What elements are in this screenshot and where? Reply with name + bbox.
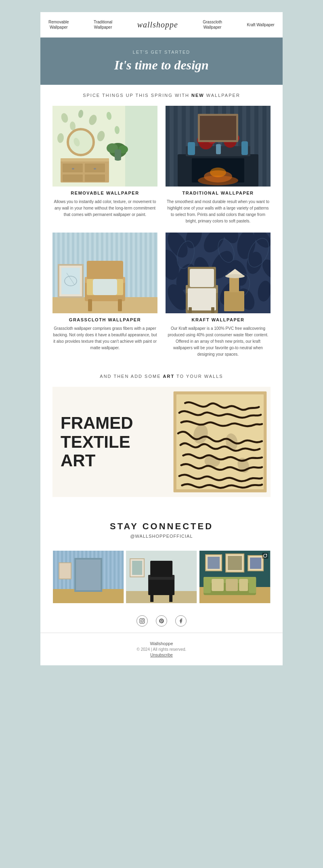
svg-rect-54 (241, 141, 248, 155)
stay-connected-title: STAY CONNECTED (48, 521, 275, 532)
art-intro-line: AND THEN ADD SOME ART TO YOUR WALLS (40, 366, 283, 387)
product-title-removable: REMOVABLE WALLPAPER (52, 191, 157, 195)
svg-rect-158 (59, 563, 71, 579)
pinterest-icon[interactable] (156, 615, 167, 627)
svg-rect-55 (216, 144, 221, 154)
svg-rect-86 (88, 299, 92, 311)
svg-rect-176 (212, 579, 224, 591)
svg-rect-128 (211, 307, 214, 313)
product-image-kraft (166, 233, 271, 313)
product-grid: REMOVABLE WALLPAPER Allows you to instan… (40, 106, 283, 366)
framed-art-section: FRAMED TEXTILE ART (52, 387, 271, 497)
svg-rect-53 (188, 142, 195, 155)
instagram-post-1[interactable] (52, 551, 124, 603)
svg-rect-16 (72, 168, 74, 170)
framed-art-image (170, 387, 271, 497)
svg-point-189 (141, 620, 143, 622)
svg-point-21 (69, 130, 92, 154)
product-image-traditional (166, 106, 271, 187)
footer-copyright: © 2024 | All rights reserved. (48, 647, 275, 652)
nav-kraft-wallpaper[interactable]: Kraft Wallpaper (247, 22, 275, 27)
svg-rect-183 (228, 556, 242, 570)
footer-brand: Wallshoppe (48, 641, 275, 646)
svg-rect-121 (188, 288, 216, 310)
svg-rect-13 (61, 158, 109, 161)
svg-rect-184 (250, 558, 261, 569)
social-icons-row (40, 609, 283, 633)
product-image-grasscloth (52, 233, 157, 313)
svg-rect-175 (249, 577, 256, 593)
instagram-grid (40, 545, 283, 609)
product-image-removable (52, 106, 157, 187)
framed-art-heading: FRAMED TEXTILE ART (61, 414, 133, 470)
svg-rect-185 (262, 553, 268, 559)
instagram-icon[interactable] (136, 615, 148, 627)
footer-unsubscribe[interactable]: Unsubscribe (48, 653, 275, 657)
svg-rect-156 (75, 559, 101, 591)
svg-rect-17 (94, 168, 96, 170)
footer: Wallshoppe © 2024 | All rights reserved.… (40, 633, 283, 665)
nav-grasscloth-wallpaper[interactable]: GrassclothWallpaper (203, 19, 222, 30)
svg-rect-178 (239, 579, 248, 591)
facebook-icon[interactable] (175, 615, 187, 627)
product-kraft: KRAFT WALLPAPER Our Kraft wallpaper is a… (166, 233, 271, 358)
product-desc-kraft: Our Kraft wallpaper is a 100% PVC free w… (166, 325, 271, 358)
svg-rect-30 (174, 106, 178, 187)
svg-rect-18 (63, 174, 83, 182)
product-traditional: TRADITIONAL WALLPAPER The smoothest and … (166, 106, 271, 224)
svg-point-126 (225, 274, 245, 278)
intro-highlight: NEW (191, 93, 204, 98)
svg-rect-188 (140, 619, 145, 623)
hero-banner: LET'S GET STARTED It's time to design (40, 38, 283, 85)
svg-rect-57 (200, 116, 236, 140)
svg-rect-87 (118, 299, 122, 311)
instagram-post-3[interactable] (199, 551, 271, 603)
art-highlight: ART (163, 374, 175, 379)
product-removable: REMOVABLE WALLPAPER Allows you to instan… (52, 106, 157, 224)
svg-rect-123 (224, 291, 244, 311)
hero-subtitle: LET'S GET STARTED (48, 50, 275, 55)
product-desc-grasscloth: Grasscloth wallpaper comprises grass fib… (52, 325, 157, 351)
email-wrapper: RemovableWallpaper TraditionalWallpaper … (40, 12, 283, 665)
svg-rect-174 (203, 577, 211, 593)
stay-connected-handle: @WALLSHOPPEOFFICIAL (48, 534, 275, 539)
svg-rect-84 (87, 261, 123, 279)
svg-point-190 (143, 619, 144, 620)
framed-art-text: FRAMED TEXTILE ART (52, 387, 170, 497)
svg-point-187 (266, 554, 267, 555)
intro-line: SPICE THINGS UP THIS SPRING WITH NEW WAL… (40, 85, 283, 106)
svg-rect-29 (166, 106, 170, 187)
header-nav: RemovableWallpaper TraditionalWallpaper … (40, 12, 283, 38)
svg-rect-165 (150, 593, 153, 602)
svg-rect-164 (150, 561, 172, 577)
nav-traditional-wallpaper[interactable]: TraditionalWallpaper (94, 19, 112, 30)
svg-rect-27 (115, 149, 121, 159)
product-grasscloth: GRASSCLOTH WALLPAPER Grasscloth wallpape… (52, 233, 157, 358)
svg-rect-122 (190, 269, 214, 287)
svg-rect-182 (208, 557, 220, 569)
svg-rect-168 (132, 561, 142, 575)
product-desc-removable: Allows you to instantly add color, textu… (52, 199, 157, 218)
svg-rect-41 (262, 106, 266, 187)
instagram-post-2[interactable] (126, 551, 197, 603)
svg-rect-166 (169, 593, 172, 602)
svg-rect-177 (226, 579, 238, 591)
product-title-kraft: KRAFT WALLPAPER (166, 317, 271, 322)
svg-rect-127 (189, 307, 192, 313)
product-title-traditional: TRADITIONAL WALLPAPER (166, 191, 271, 195)
nav-removable-wallpaper[interactable]: RemovableWallpaper (48, 19, 69, 30)
svg-point-47 (210, 168, 226, 177)
svg-rect-90 (61, 268, 80, 294)
hero-title: It's time to design (48, 58, 275, 73)
stay-connected-section: STAY CONNECTED @WALLSHOPPEOFFICIAL (40, 509, 283, 545)
product-desc-traditional: The smoothest and most durable result wh… (166, 199, 271, 224)
logo[interactable]: wallshoppe (137, 20, 178, 29)
svg-rect-124 (229, 276, 239, 292)
svg-rect-19 (85, 174, 105, 182)
svg-rect-88 (93, 279, 117, 295)
product-title-grasscloth: GRASSCLOTH WALLPAPER (52, 317, 157, 322)
